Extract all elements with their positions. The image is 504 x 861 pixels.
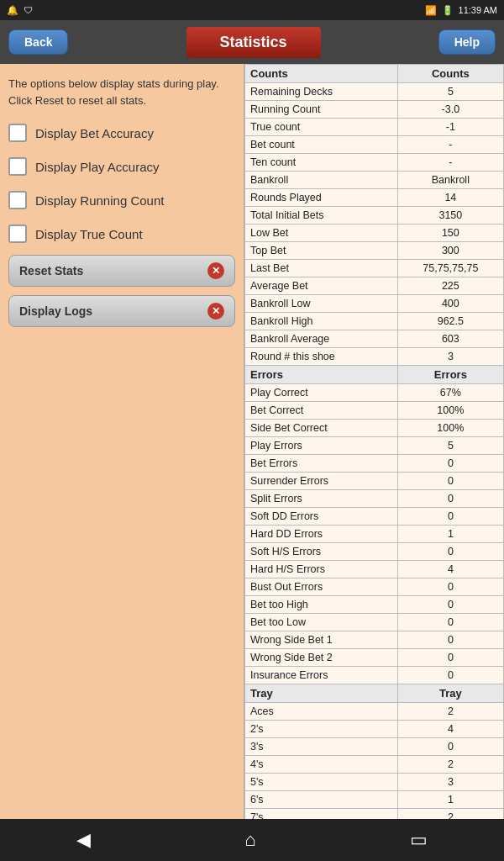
table-value-cell: 75,75,75,75 [397,260,503,277]
table-row: Wrong Side Bet 20 [245,649,504,667]
table-section-header: ErrorsErrors [245,366,504,384]
table-value-cell: 2 [397,756,503,774]
reset-x-icon: ✕ [207,262,224,279]
checkbox-running-count[interactable]: Display Running Count [8,188,235,213]
status-bar-left: 🔔 🛡 [7,5,33,16]
table-label-cell: Play Correct [245,384,398,402]
table-label-cell: 5's [245,774,398,791]
table-row: Bankroll Low400 [245,295,504,313]
table-value-cell: 603 [397,330,503,348]
table-value-cell: 3 [397,774,503,791]
table-row: Hard H/S Errors4 [245,561,504,578]
reset-stats-label: Reset Stats [19,264,83,277]
table-label-cell: Remaining Decks [245,83,398,101]
checkbox-running-input[interactable] [8,191,27,209]
table-value-cell: 0 [397,543,503,561]
checkbox-true-count[interactable]: Display True Count [8,221,235,246]
table-label-cell: Hard H/S Errors [245,561,398,578]
table-value-cell: 67% [397,384,503,402]
table-row: Top Bet300 [245,242,504,260]
table-value-cell: 0 [397,649,503,667]
table-value-cell: 0 [397,508,503,526]
table-label-cell: True count [245,119,398,136]
table-label-cell: Bankroll Average [245,330,398,348]
checkbox-running-label: Display Running Count [35,193,164,208]
table-value-cell: 100% [397,420,503,437]
table-value-cell: 0 [397,578,503,596]
table-row: Bet too Low0 [245,614,504,631]
table-label-cell: Play Errors [245,437,398,455]
table-row: Total Initial Bets3150 [245,207,504,224]
nav-home-button[interactable]: ⌂ [228,822,272,858]
back-button[interactable]: Back [8,29,68,55]
status-bar-right: 📶 🔋 11:39 AM [425,5,497,16]
table-value-cell: 400 [397,295,503,313]
table-label-cell: Bankroll Low [245,295,398,313]
reset-stats-button[interactable]: Reset Stats ✕ [8,255,235,287]
table-row: Bankroll Average603 [245,330,504,348]
table-label-cell: Round # this shoe [245,348,398,366]
table-value-cell: 4 [397,721,503,738]
display-logs-label: Display Logs [19,304,92,318]
nav-recents-button[interactable]: ▭ [393,822,444,858]
checkbox-play-accuracy[interactable]: Display Play Accuracy [8,154,235,179]
battery-icon: 🔋 [442,5,454,16]
table-value-cell: -3.0 [397,101,503,119]
table-row: Running Count-3.0 [245,101,504,119]
table-label-cell: Aces [245,703,398,721]
table-value-cell: 4 [397,561,503,578]
checkbox-play-input[interactable] [8,157,27,176]
help-button[interactable]: Help [438,29,496,55]
table-label-cell: 3's [245,738,398,756]
checkbox-true-label: Display True Count [35,227,143,241]
table-row: Rounds Played14 [245,189,504,207]
table-label-cell: Last Bet [245,260,398,277]
stats-table: CountsCountsRemaining Decks5Running Coun… [244,64,504,819]
table-label-cell: 2's [245,721,398,738]
table-label-cell: Bet too High [245,596,398,614]
table-row: Ten count- [245,154,504,172]
table-label-cell: Bankroll High [245,313,398,330]
table-row: Bankroll High962.5 [245,313,504,330]
table-row: Wrong Side Bet 10 [245,631,504,649]
table-row: Split Errors0 [245,490,504,508]
table-value-cell: 0 [397,455,503,473]
checkbox-bet-input[interactable] [8,124,27,142]
shield-icon: 🛡 [24,5,33,15]
table-value-cell: 1 [397,526,503,543]
table-row: Aces2 [245,703,504,721]
checkbox-bet-accuracy[interactable]: Display Bet Accuracy [8,120,235,145]
table-value-cell: 0 [397,490,503,508]
table-value-cell: 0 [397,614,503,631]
table-value-cell: 100% [397,402,503,420]
table-value-cell: 0 [397,667,503,684]
checkbox-true-input[interactable] [8,224,27,243]
table-value-cell: 962.5 [397,313,503,330]
table-value-cell: Bankroll [397,172,503,189]
status-bar: 🔔 🛡 📶 🔋 11:39 AM [0,0,504,20]
table-value-cell: -1 [397,119,503,136]
table-row: Play Errors5 [245,437,504,455]
table-value-cell: 1 [397,791,503,809]
table-label-cell: Bankroll [245,172,398,189]
table-value-cell: 14 [397,189,503,207]
nav-back-button[interactable]: ◀ [60,822,108,858]
table-row: Round # this shoe3 [245,348,504,366]
table-value-cell: 2 [397,703,503,721]
table-value-cell: - [397,154,503,172]
table-row: 2's4 [245,721,504,738]
table-value-cell: 300 [397,242,503,260]
table-label-cell: Total Initial Bets [245,207,398,224]
table-value-cell: 3 [397,348,503,366]
table-row: Side Bet Correct100% [245,420,504,437]
table-row: Soft H/S Errors0 [245,543,504,561]
display-logs-button[interactable]: Display Logs ✕ [8,295,235,327]
notification-icon: 🔔 [7,5,18,16]
table-header-cell: Tray [245,684,398,703]
table-label-cell: Side Bet Correct [245,420,398,437]
table-value-cell: - [397,136,503,154]
table-row: Bet Correct100% [245,402,504,420]
table-value-cell: 3150 [397,207,503,224]
table-value-cell: 0 [397,473,503,490]
table-value-cell: 2 [397,809,503,820]
